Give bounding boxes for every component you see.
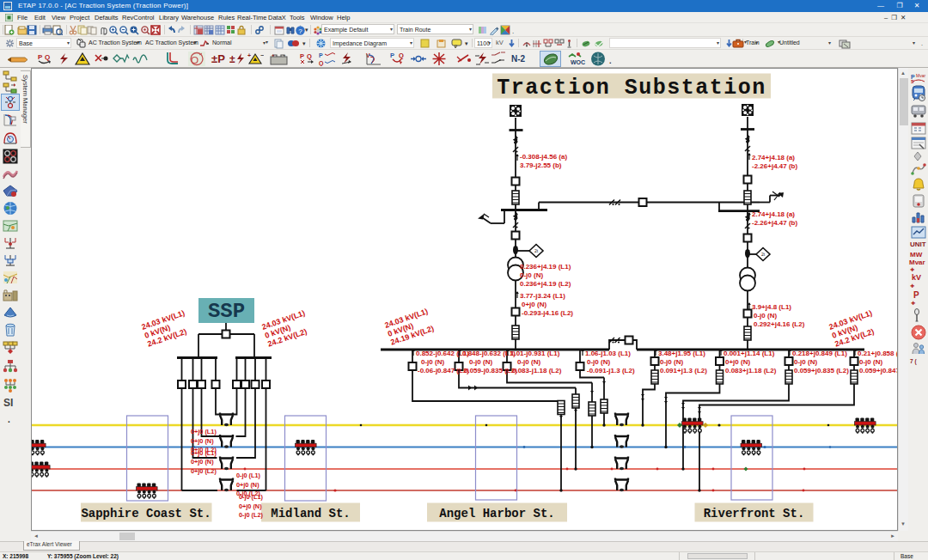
svg-text:0+j0 (N): 0+j0 (N) (236, 481, 259, 489)
svg-text:0.236+j4.19 (L2): 0.236+j4.19 (L2) (520, 280, 571, 288)
svg-text:P: P (38, 53, 43, 61)
svg-text:P: P (319, 52, 323, 58)
svg-text:0.292+j4.16 (L2): 0.292+j4.16 (L2) (754, 320, 805, 328)
svg-text:±P: ±P (211, 52, 225, 65)
svg-text:3.9+j4.8 (L1): 3.9+j4.8 (L1) (752, 303, 791, 311)
svg-text:0-j0 (N): 0-j0 (N) (421, 358, 444, 366)
svg-text:WOC: WOC (571, 59, 585, 65)
svg-text:?: ? (298, 27, 302, 35)
svg-text:-2.26+j4.47 (b): -2.26+j4.47 (b) (752, 162, 797, 170)
svg-text:Q: Q (319, 60, 324, 66)
svg-text:2t: 2t (761, 252, 766, 257)
svg-text:Q: Q (399, 52, 404, 59)
svg-text:0+j0 (L1): 0+j0 (L1) (191, 449, 217, 457)
svg-text:-0.308-j4.56 (a): -0.308-j4.56 (a) (520, 153, 567, 161)
svg-text:−: − (283, 52, 286, 58)
svg-text:P: P (390, 52, 394, 59)
svg-text:0.059+j0.835 (L2): 0.059+j0.835 (L2) (794, 367, 849, 374)
svg-text:±: ± (229, 53, 235, 65)
svg-text:0+j0 (N): 0+j0 (N) (239, 502, 262, 510)
svg-text:0+j0 (L2): 0+j0 (L2) (191, 467, 217, 475)
svg-text:0+j0 (N): 0+j0 (N) (191, 458, 214, 466)
svg-text:0.091+j1.3 (L2): 0.091+j1.3 (L2) (660, 367, 707, 374)
svg-text:Midland St.: Midland St. (271, 507, 350, 520)
svg-text:0-j0 (N): 0-j0 (N) (859, 358, 882, 366)
svg-text:1.06-j1.03 (L1): 1.06-j1.03 (L1) (585, 350, 631, 357)
svg-text:0+j0 (L1): 0+j0 (L1) (191, 428, 217, 435)
svg-text:0-j0 (N): 0-j0 (N) (754, 312, 777, 320)
svg-text:-0.091-j1.3 (L2): -0.091-j1.3 (L2) (587, 367, 635, 374)
svg-text:0.236+j4.19 (L1): 0.236+j4.19 (L1) (520, 263, 571, 271)
svg-text:0-j0 (N): 0-j0 (N) (517, 358, 540, 366)
svg-text:SSP: SSP (208, 300, 245, 323)
svg-text:0-j0 (N): 0-j0 (N) (520, 271, 543, 279)
svg-text:Q: Q (307, 52, 312, 60)
svg-text:0-j0 (N): 0-j0 (N) (469, 358, 492, 366)
svg-text:N-2: N-2 (511, 54, 526, 64)
svg-text:0+j0 (N): 0+j0 (N) (725, 358, 750, 366)
svg-text:0.21+j0.858 (L: 0.21+j0.858 (L (858, 350, 897, 357)
svg-text:−: − (260, 52, 264, 58)
svg-text:2t: 2t (534, 248, 539, 253)
svg-text:0-j0 (N): 0-j0 (N) (587, 358, 610, 366)
svg-text:0-j0 (L2): 0-j0 (L2) (239, 511, 264, 519)
svg-text:0.083+j1.18 (L2): 0.083+j1.18 (L2) (725, 367, 777, 374)
svg-text:0-j0 (N): 0-j0 (N) (660, 358, 683, 366)
svg-text:0+j0 (N): 0+j0 (N) (191, 437, 214, 445)
svg-text:0-j0 (N): 0-j0 (N) (794, 358, 817, 366)
svg-text:0.001+j1.14 (L1): 0.001+j1.14 (L1) (723, 350, 775, 357)
svg-text:1.01-j0.931 (L1): 1.01-j0.931 (L1) (510, 350, 560, 357)
svg-text:0-j0 (L1): 0-j0 (L1) (236, 472, 261, 479)
svg-text:0.852-j0.642 (L1): 0.852-j0.642 (L1) (416, 350, 469, 357)
svg-text:0.059+j0.847 (: 0.059+j0.847 ( (859, 367, 897, 374)
svg-text:0.218+j0.849 (L1): 0.218+j0.849 (L1) (792, 350, 847, 357)
svg-text:-0.293-j4.16 (L2): -0.293-j4.16 (L2) (522, 309, 573, 317)
svg-text:2.74+j4.18 (a): 2.74+j4.18 (a) (752, 210, 795, 218)
svg-text:Angel Harbor St.: Angel Harbor St. (439, 507, 554, 520)
svg-text:3.48+j1.95 (L1): 3.48+j1.95 (L1) (658, 350, 705, 357)
svg-text:-0.06-j0.847 (L2): -0.06-j0.847 (L2) (418, 367, 469, 374)
svg-text:0.059-j0.835 (L2): 0.059-j0.835 (L2) (464, 367, 517, 374)
svg-text:Sapphire Coast St.: Sapphire Coast St. (81, 507, 211, 520)
svg-text:0.083-j1.18 (L2): 0.083-j1.18 (L2) (512, 367, 562, 374)
svg-text:-2.26+j4.47 (b): -2.26+j4.47 (b) (752, 219, 797, 227)
svg-text:0-j0 (L1): 0-j0 (L1) (239, 493, 264, 501)
svg-text:3.77-j3.24 (L1): 3.77-j3.24 (L1) (520, 292, 565, 300)
svg-text:0+j0 (N): 0+j0 (N) (522, 301, 546, 308)
svg-text:Traction Substation: Traction Substation (497, 76, 766, 100)
svg-text:Riverfront St.: Riverfront St. (704, 507, 805, 520)
svg-text:+: + (272, 52, 275, 58)
svg-text:+: + (247, 52, 251, 58)
svg-text:P: P (300, 52, 304, 60)
svg-text:2.74+j4.18 (a): 2.74+j4.18 (a) (752, 154, 795, 161)
svg-text:3.79-j2.55 (b): 3.79-j2.55 (b) (520, 161, 562, 169)
svg-text:Mvar: Mvar (916, 73, 925, 78)
svg-text:Q: Q (45, 53, 50, 61)
